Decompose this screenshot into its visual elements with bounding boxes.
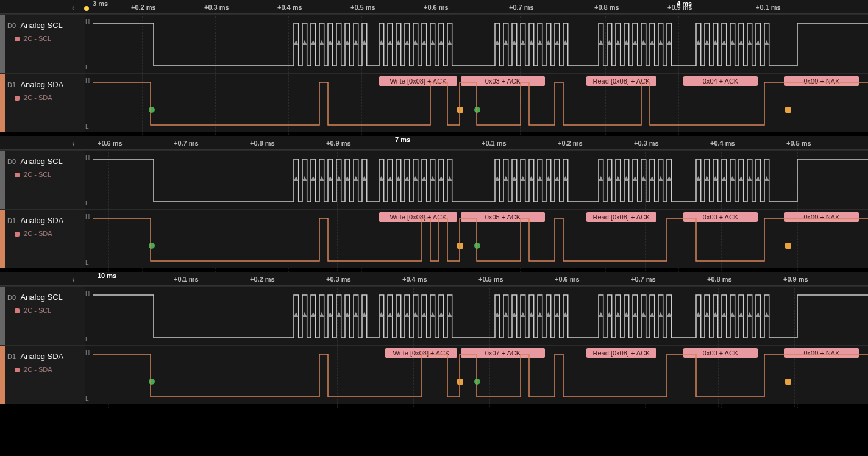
channel-name: Analog SCL bbox=[20, 293, 62, 302]
channel-label[interactable]: D0 Analog SCL I2C - SCL bbox=[5, 151, 85, 209]
minor-tick: +0.1 ms bbox=[174, 276, 199, 283]
channel-gutter bbox=[0, 346, 5, 404]
major-tick: 10 ms bbox=[98, 272, 116, 279]
channel-gutter bbox=[0, 74, 5, 132]
waveform-area[interactable]: Write [0x08] + ACK0x07 + ACKRead [0x08] … bbox=[93, 346, 868, 404]
minor-tick: +0.6 ms bbox=[98, 140, 123, 147]
channel-name: Analog SCL bbox=[20, 21, 62, 30]
channel-index: D1 bbox=[7, 81, 16, 88]
level-indicator: HL bbox=[85, 151, 93, 209]
chevron-left-icon[interactable]: ‹ bbox=[72, 274, 75, 284]
minor-tick: +0.4 ms bbox=[402, 276, 427, 283]
channel-gutter bbox=[0, 210, 5, 268]
protocol-badge: I2C - SCL bbox=[7, 35, 85, 42]
minor-tick: +0.1 ms bbox=[482, 140, 507, 147]
minor-tick: +0.2 ms bbox=[250, 276, 275, 283]
minor-tick: +0.8 ms bbox=[250, 140, 275, 147]
time-ruler[interactable]: ‹7 ms+0.6 ms+0.7 ms+0.8 ms+0.9 ms+0.1 ms… bbox=[0, 136, 868, 150]
level-indicator: HL bbox=[85, 210, 93, 268]
channel-name: Analog SDA bbox=[20, 80, 63, 89]
minor-tick: +0.2 ms bbox=[558, 140, 583, 147]
minor-tick: +0.3 ms bbox=[634, 140, 659, 147]
minor-tick: +0.6 ms bbox=[424, 4, 449, 11]
waveform-area[interactable] bbox=[93, 15, 868, 73]
channel-index: D0 bbox=[7, 22, 16, 29]
channel-gutter bbox=[0, 287, 5, 345]
minor-tick: +0.1 ms bbox=[756, 4, 781, 11]
minor-tick: +0.5 ms bbox=[786, 140, 811, 147]
channel-index: D0 bbox=[7, 294, 16, 301]
protocol-badge: I2C - SDA bbox=[7, 366, 85, 373]
minor-tick: +0.4 ms bbox=[277, 4, 302, 11]
level-indicator: HL bbox=[85, 74, 93, 132]
timeline-marker[interactable] bbox=[84, 6, 89, 11]
protocol-badge: I2C - SDA bbox=[7, 230, 85, 237]
channel-label[interactable]: D1 Analog SDA I2C - SDA bbox=[5, 346, 85, 404]
minor-tick: +0.8 ms bbox=[594, 4, 619, 11]
channel-index: D0 bbox=[7, 158, 16, 165]
chevron-left-icon[interactable]: ‹ bbox=[72, 138, 75, 148]
level-indicator: HL bbox=[85, 287, 93, 345]
channel-label[interactable]: D1 Analog SDA I2C - SDA bbox=[5, 74, 85, 132]
channel-gutter bbox=[0, 15, 5, 73]
minor-tick: +0.5 ms bbox=[478, 276, 503, 283]
minor-tick: +0.6 ms bbox=[555, 276, 580, 283]
waveform-area[interactable] bbox=[93, 151, 868, 209]
minor-tick: +0.2 ms bbox=[131, 4, 156, 11]
channel-name: Analog SDA bbox=[20, 352, 63, 361]
minor-tick: +0.9 ms bbox=[667, 4, 692, 11]
channel-name: Analog SDA bbox=[20, 216, 63, 225]
minor-tick: +0.9 ms bbox=[326, 140, 351, 147]
channel-label[interactable]: D0 Analog SCL I2C - SCL bbox=[5, 287, 85, 345]
minor-tick: +0.7 ms bbox=[509, 4, 534, 11]
channel-index: D1 bbox=[7, 217, 16, 224]
level-indicator: HL bbox=[85, 346, 93, 404]
waveform-area[interactable]: Write [0x08] + ACK0x05 + ACKRead [0x08] … bbox=[93, 210, 868, 268]
channel-label[interactable]: D0 Analog SCL I2C - SCL bbox=[5, 15, 85, 73]
minor-tick: +0.3 ms bbox=[326, 276, 351, 283]
minor-tick: +0.9 ms bbox=[783, 276, 808, 283]
minor-tick: +0.4 ms bbox=[710, 140, 735, 147]
major-tick: 7 ms bbox=[395, 136, 410, 143]
time-offset: 3 ms bbox=[93, 0, 108, 7]
channel-gutter bbox=[0, 151, 5, 209]
channel-index: D1 bbox=[7, 353, 16, 360]
minor-tick: +0.7 ms bbox=[174, 140, 199, 147]
time-ruler[interactable]: ‹3 ms4 ms+0.2 ms+0.3 ms+0.4 ms+0.5 ms+0.… bbox=[0, 0, 868, 14]
chevron-left-icon[interactable]: ‹ bbox=[72, 2, 75, 12]
channel-name: Analog SCL bbox=[20, 157, 62, 166]
protocol-badge: I2C - SCL bbox=[7, 307, 85, 314]
protocol-badge: I2C - SDA bbox=[7, 94, 85, 101]
protocol-badge: I2C - SCL bbox=[7, 171, 85, 178]
minor-tick: +0.8 ms bbox=[707, 276, 732, 283]
minor-tick: +0.7 ms bbox=[631, 276, 656, 283]
time-ruler[interactable]: ‹10 ms+0.1 ms+0.2 ms+0.3 ms+0.4 ms+0.5 m… bbox=[0, 272, 868, 286]
waveform-area[interactable]: Write [0x08] + ACK0x03 + ACKRead [0x08] … bbox=[93, 74, 868, 132]
channel-label[interactable]: D1 Analog SDA I2C - SDA bbox=[5, 210, 85, 268]
level-indicator: HL bbox=[85, 15, 93, 73]
minor-tick: +0.3 ms bbox=[204, 4, 229, 11]
minor-tick: +0.5 ms bbox=[350, 4, 375, 11]
waveform-area[interactable] bbox=[93, 287, 868, 345]
